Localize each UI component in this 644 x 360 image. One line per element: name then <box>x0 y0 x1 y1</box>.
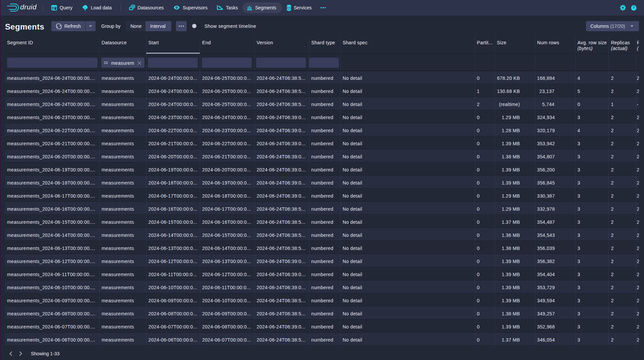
svg-text:?: ? <box>633 6 635 10</box>
